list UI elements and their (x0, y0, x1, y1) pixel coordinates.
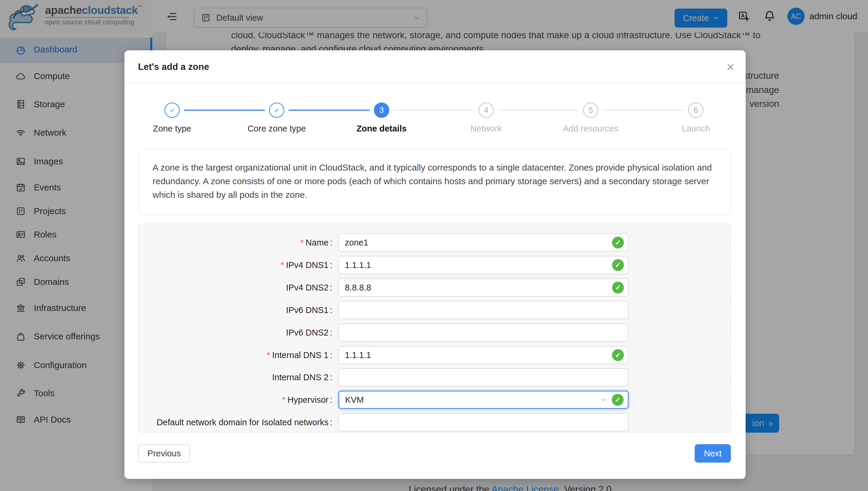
add-zone-modal: Let's add a zone × Zone typeCore zone ty… (124, 50, 746, 479)
next-button[interactable]: Next (695, 444, 731, 463)
step-connector (498, 110, 579, 111)
check-icon (273, 106, 281, 114)
wizard-step-circle-3[interactable]: 3 (374, 103, 389, 118)
valid-check-icon: ✓ (612, 282, 624, 293)
hypervisor-select[interactable]: KVM✓ (338, 391, 628, 409)
step-connector (393, 110, 474, 111)
field-value: 1.1.1.1 (345, 350, 371, 360)
field-label: IPv6 DNS2: (139, 323, 332, 342)
step-connector (184, 110, 265, 111)
form-row-default-network-domain-for-isolated-networks: Default network domain for Isolated netw… (139, 413, 730, 431)
field-label: IPv4 DNS2: (139, 278, 332, 297)
wizard-step-label: Zone type (119, 124, 225, 134)
default-network-domain-for-isolated-networks-input[interactable] (338, 413, 628, 431)
zone-description: A zone is the largest organizational uni… (138, 148, 731, 215)
field-value: 8.8.8.8 (345, 283, 371, 293)
field-label: Internal DNS 2: (139, 368, 332, 386)
step-connector (603, 110, 684, 111)
internal-dns-1-input[interactable]: 1.1.1.1✓ (338, 346, 628, 364)
wizard-step-label: Add resources (537, 124, 644, 134)
field-label: IPv6 DNS1: (139, 301, 332, 319)
ipv4-dns1-input[interactable]: 1.1.1.1✓ (338, 256, 628, 274)
form-row-hypervisor: *Hypervisor:KVM✓ (139, 391, 730, 409)
wizard-step-circle-2[interactable] (269, 103, 284, 118)
close-icon[interactable]: × (726, 50, 734, 83)
ipv4-dns2-input[interactable]: 8.8.8.8✓ (338, 278, 628, 297)
form-row-internal-dns-2: Internal DNS 2: (139, 368, 730, 386)
form-row-ipv6-dns1: IPv6 DNS1: (139, 301, 730, 319)
required-asterisk: * (281, 260, 284, 270)
chevron-down-icon (599, 396, 608, 404)
form-row-ipv6-dns2: IPv6 DNS2: (139, 323, 730, 342)
wizard-step-label: Zone details (328, 124, 435, 134)
wizard-step-label: Launch (643, 124, 749, 134)
form-row-ipv4-dns2: IPv4 DNS2:8.8.8.8✓ (139, 278, 730, 297)
check-icon (168, 106, 176, 114)
modal-title: Let's add a zone (138, 50, 209, 83)
required-asterisk: * (282, 395, 285, 405)
required-asterisk: * (300, 238, 303, 248)
field-label: *IPv4 DNS1: (139, 256, 332, 274)
wizard-step-circle-6[interactable]: 6 (688, 103, 704, 118)
wizard-step-circle-4[interactable]: 4 (478, 103, 494, 118)
form-row-internal-dns-1: *Internal DNS 1:1.1.1.1✓ (139, 346, 730, 364)
step-connector (288, 110, 370, 111)
wizard-step-label: Network (433, 124, 539, 134)
field-label: *Name: (139, 233, 332, 252)
wizard-step-circle-1[interactable] (164, 103, 180, 118)
cloudstack-app: cloud. CloudStack™ manages the network, … (0, 0, 868, 491)
valid-check-icon: ✓ (612, 349, 624, 361)
valid-check-icon: ✓ (612, 259, 624, 271)
ipv6-dns1-input[interactable] (338, 301, 628, 319)
field-value: KVM (345, 395, 364, 405)
valid-check-icon: ✓ (612, 394, 624, 406)
zone-details-form: *Name:zone1✓*IPv4 DNS1:1.1.1.1✓IPv4 DNS2… (138, 224, 731, 433)
field-value: zone1 (345, 238, 368, 248)
form-row-ipv4-dns1: *IPv4 DNS1:1.1.1.1✓ (139, 256, 730, 274)
field-label: *Hypervisor: (139, 391, 332, 409)
name-input[interactable]: zone1✓ (338, 233, 628, 252)
required-asterisk: * (267, 350, 270, 360)
internal-dns-2-input[interactable] (338, 368, 628, 386)
field-label: *Internal DNS 1: (139, 346, 332, 364)
wizard-step-label: Core zone type (223, 124, 330, 134)
modal-header: Let's add a zone × (124, 50, 746, 83)
previous-button[interactable]: Previous (138, 444, 190, 463)
form-row-name: *Name:zone1✓ (139, 233, 730, 252)
field-label: Default network domain for Isolated netw… (139, 413, 332, 431)
valid-check-icon: ✓ (612, 237, 624, 249)
wizard-step-circle-5[interactable]: 5 (583, 103, 598, 118)
ipv6-dns2-input[interactable] (338, 323, 628, 342)
field-value: 1.1.1.1 (345, 260, 371, 270)
